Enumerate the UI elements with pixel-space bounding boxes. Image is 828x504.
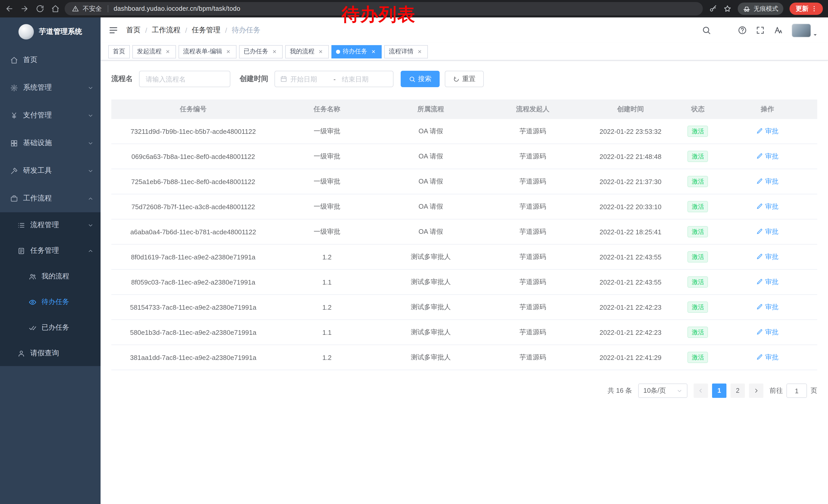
cell-create-time: 2022-01-21 22:42:23 <box>583 328 678 336</box>
star-icon[interactable] <box>723 5 732 13</box>
tab-label: 已办任务 <box>244 47 268 56</box>
pencil-icon <box>756 128 763 135</box>
approve-link[interactable]: 审批 <box>756 303 779 312</box>
cell-status: 激活 <box>678 126 718 137</box>
forward-icon[interactable] <box>20 5 29 13</box>
pencil-icon <box>756 279 763 285</box>
browser-home-icon[interactable] <box>51 5 59 13</box>
end-date-input[interactable] <box>342 75 379 83</box>
page-button-2[interactable]: 2 <box>731 383 745 398</box>
update-button[interactable]: 更新 <box>790 3 823 15</box>
incognito-badge: 无痕模式 <box>738 3 783 15</box>
sidebar-item-leave-query[interactable]: 请假查询 <box>0 340 100 366</box>
close-icon[interactable]: × <box>317 48 324 55</box>
sidebar-item-infrastructure[interactable]: 基础设施 <box>0 129 100 157</box>
date-separator: - <box>333 75 336 83</box>
reset-button[interactable]: 重置 <box>445 71 484 87</box>
sidebar-item-devtools[interactable]: 研发工具 <box>0 157 100 185</box>
key-icon[interactable] <box>709 5 717 13</box>
breadcrumb-item[interactable]: 工作流程 <box>152 26 180 35</box>
pagination: 共 16 条 10条/页 12 前往 页 <box>111 383 817 398</box>
pencil-icon <box>756 354 763 361</box>
sidebar-item-payment[interactable]: 支付管理 <box>0 101 100 129</box>
refresh-icon[interactable] <box>36 5 44 13</box>
prev-page-button[interactable] <box>694 383 708 398</box>
chevron-down-icon <box>88 168 93 174</box>
menu-dots-icon[interactable] <box>811 5 818 12</box>
close-icon[interactable]: × <box>225 48 232 55</box>
goto-control: 前往 页 <box>770 383 817 398</box>
close-icon[interactable]: × <box>271 48 278 55</box>
close-icon[interactable]: × <box>416 48 423 55</box>
sidebar-logo[interactable]: 芋道管理系统 <box>0 17 100 46</box>
font-size-icon[interactable] <box>774 26 783 35</box>
sidebar-item-workflow[interactable]: 工作流程 <box>0 185 100 212</box>
sidebar-item-done-tasks[interactable]: 已办任务 <box>0 315 100 340</box>
pencil-icon <box>756 203 763 210</box>
sidebar-item-label: 任务管理 <box>30 246 83 255</box>
address-bar[interactable]: 不安全 dashboard.yudao.iocoder.cn/bpm/task/… <box>65 2 703 15</box>
approve-link[interactable]: 审批 <box>756 202 779 211</box>
approve-link[interactable]: 审批 <box>756 277 779 287</box>
tasks-icon <box>17 247 25 255</box>
table-row: 381aa1dd-7ac8-11ec-a9e2-a2380e71991a1.2测… <box>111 345 817 370</box>
sidebar-item-task-mgmt[interactable]: 任务管理 <box>0 238 100 264</box>
tab-my-process[interactable]: 我的流程× <box>285 45 329 58</box>
sidebar-item-home[interactable]: 首页 <box>0 46 100 74</box>
approve-link[interactable]: 审批 <box>756 177 779 186</box>
cell-task-name: 1.2 <box>275 354 379 361</box>
sidebar-item-label: 系统管理 <box>23 83 83 92</box>
sidebar-item-process-mgmt[interactable]: 流程管理 <box>0 212 100 238</box>
back-icon[interactable] <box>5 5 13 13</box>
chevron-down-icon <box>88 222 93 228</box>
fullscreen-icon[interactable] <box>756 26 765 35</box>
sidebar-item-label: 工作流程 <box>23 194 83 203</box>
sidebar-item-my-process[interactable]: 我的流程 <box>0 264 100 289</box>
next-page-button[interactable] <box>749 383 763 398</box>
avatar[interactable] <box>792 23 811 37</box>
user-menu[interactable] <box>792 23 818 37</box>
tab-form-edit[interactable]: 流程表单-编辑× <box>178 45 237 58</box>
help-icon[interactable] <box>738 26 747 35</box>
approve-link[interactable]: 审批 <box>756 252 779 262</box>
tab-create-process[interactable]: 发起流程× <box>132 45 176 58</box>
date-range-picker[interactable]: - <box>275 71 394 87</box>
cell-action: 审批 <box>718 177 817 186</box>
tab-done-tasks[interactable]: 已办任务× <box>239 45 283 58</box>
infra-icon <box>10 139 18 147</box>
github-icon[interactable] <box>720 26 729 35</box>
browser-actions: 无痕模式 更新 <box>709 3 823 15</box>
approve-link[interactable]: 审批 <box>756 227 779 236</box>
cell-create-time: 2022-01-22 21:37:30 <box>583 178 678 185</box>
close-icon[interactable]: × <box>370 48 377 55</box>
hamburger-icon[interactable] <box>108 25 119 35</box>
search-button[interactable]: 搜索 <box>401 71 440 87</box>
tab-process-detail[interactable]: 流程详情× <box>384 45 428 58</box>
page-size-select[interactable]: 10条/页 <box>638 383 688 398</box>
search-icon[interactable] <box>702 26 711 35</box>
sidebar-item-todo-tasks[interactable]: 待办任务 <box>0 289 100 315</box>
tab-todo-tasks[interactable]: 待办任务× <box>331 45 382 58</box>
chevron-down-icon <box>88 85 93 91</box>
cell-initiator: 芋道源码 <box>483 127 583 136</box>
process-name-input[interactable] <box>139 71 230 87</box>
incognito-label: 无痕模式 <box>754 4 778 13</box>
sidebar: 芋道管理系统 首页系统管理支付管理基础设施研发工具工作流程流程管理任务管理我的流… <box>0 17 100 504</box>
approve-link[interactable]: 审批 <box>756 152 779 161</box>
sidebar-item-label: 待办任务 <box>42 297 93 307</box>
breadcrumb-item[interactable]: 任务管理 <box>192 26 220 35</box>
tab-home[interactable]: 首页 <box>108 45 130 58</box>
sidebar-item-label: 首页 <box>23 55 93 64</box>
breadcrumb-item[interactable]: 首页 <box>126 26 140 35</box>
approve-link[interactable]: 审批 <box>756 127 779 136</box>
sidebar-item-system[interactable]: 系统管理 <box>0 74 100 101</box>
app-frame: 芋道管理系统 首页系统管理支付管理基础设施研发工具工作流程流程管理任务管理我的流… <box>0 17 828 504</box>
start-date-input[interactable] <box>290 75 327 83</box>
page-button-1[interactable]: 1 <box>712 383 727 398</box>
cell-initiator: 芋道源码 <box>483 227 583 236</box>
approve-link[interactable]: 审批 <box>756 328 779 337</box>
close-icon[interactable]: × <box>164 48 171 55</box>
approve-link[interactable]: 审批 <box>756 353 779 362</box>
sidebar-menu: 首页系统管理支付管理基础设施研发工具工作流程流程管理任务管理我的流程待办任务已办… <box>0 46 100 366</box>
goto-page-input[interactable] <box>786 383 807 398</box>
